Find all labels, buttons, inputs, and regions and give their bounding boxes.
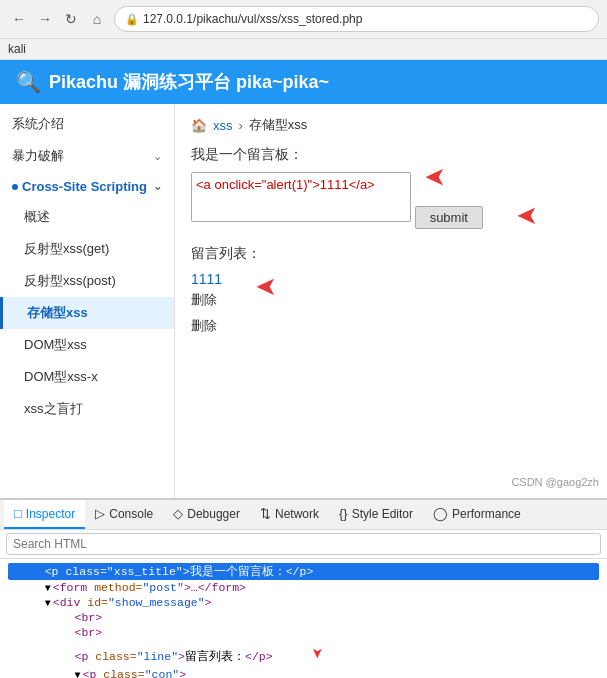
submit-wrapper: submit ➤ bbox=[415, 200, 483, 229]
delete-link-1[interactable]: 删除 bbox=[191, 291, 591, 309]
tag-p-line-close: </p> bbox=[245, 650, 273, 663]
sidebar-label-dom-xss-x: DOM型xss-x bbox=[24, 368, 98, 386]
html-line-p-line: <p class="line">留言列表：</p> ➤ bbox=[8, 640, 599, 667]
sidebar-label-xss-post: 反射型xss(post) bbox=[24, 272, 116, 290]
delete-link-2[interactable]: 删除 bbox=[191, 317, 591, 335]
search-html-input[interactable] bbox=[6, 533, 601, 555]
reload-button[interactable]: ↻ bbox=[60, 8, 82, 30]
performance-icon: ◯ bbox=[433, 506, 448, 521]
back-button[interactable]: ← bbox=[8, 8, 30, 30]
triangle-form[interactable]: ▼ bbox=[45, 583, 51, 594]
tag-br1: <br> bbox=[75, 611, 103, 624]
message-label: 留言列表： bbox=[191, 245, 591, 263]
sidebar-item-bruteforce[interactable]: 暴力破解 ⌄ bbox=[0, 140, 174, 172]
tab-inspector-label: Inspector bbox=[26, 507, 75, 521]
console-icon: ▷ bbox=[95, 506, 105, 521]
sidebar: 系统介绍 暴力破解 ⌄ Cross-Site Scripting ⌄ 概述 反射… bbox=[0, 104, 175, 498]
sidebar-item-xss-header[interactable]: Cross-Site Scripting ⌄ bbox=[0, 172, 174, 201]
tab-debugger[interactable]: ◇ Debugger bbox=[163, 500, 250, 529]
attr-method: method= bbox=[94, 581, 142, 594]
tab-performance-label: Performance bbox=[452, 507, 521, 521]
arrow-submit-icon: ➤ bbox=[516, 200, 538, 231]
breadcrumb: 🏠 xss › 存储型xss bbox=[191, 116, 591, 134]
tag-p-con: <p bbox=[83, 668, 97, 678]
tab-style-editor-label: Style Editor bbox=[352, 507, 413, 521]
breadcrumb-current: 存储型xss bbox=[249, 116, 308, 134]
devtools-search bbox=[0, 530, 607, 559]
lock-icon: 🔒 bbox=[125, 13, 139, 26]
sidebar-label-xss: Cross-Site Scripting bbox=[22, 179, 153, 194]
sidebar-label-xss-stored: 存储型xss bbox=[27, 304, 88, 322]
tab-console[interactable]: ▷ Console bbox=[85, 500, 163, 529]
devtools: □ Inspector ▷ Console ◇ Debugger ⇅ Netwo… bbox=[0, 498, 607, 678]
sidebar-item-dom-xss-x[interactable]: DOM型xss-x bbox=[0, 361, 174, 393]
sidebar-item-xss-get[interactable]: 反射型xss(get) bbox=[0, 233, 174, 265]
tag-form: <form bbox=[53, 581, 88, 594]
home-icon: 🏠 bbox=[191, 118, 207, 133]
chevron-icon: ⌄ bbox=[153, 150, 162, 163]
content-area: 系统介绍 暴力破解 ⌄ Cross-Site Scripting ⌄ 概述 反射… bbox=[0, 104, 607, 498]
address-bar[interactable]: 🔒 127.0.0.1/pikachu/vul/xss/xss_stored.p… bbox=[114, 6, 599, 32]
attr-val-con: "con" bbox=[145, 668, 180, 678]
watermark: CSDN @gaog2zh bbox=[511, 476, 599, 488]
sidebar-label-xss-blind: xss之盲打 bbox=[24, 400, 83, 418]
browser-chrome: ← → ↻ ⌂ 🔒 127.0.0.1/pikachu/vul/xss/xss_… bbox=[0, 0, 607, 39]
sidebar-item-overview[interactable]: 概述 bbox=[0, 201, 174, 233]
html-line-p-con: ▼<p class="con"> bbox=[8, 667, 599, 678]
network-icon: ⇅ bbox=[260, 506, 271, 521]
text-title: 我是一个留言板： bbox=[190, 565, 286, 578]
devtools-html-content: <p class="xss_title">我是一个留言板：</p> ▼<form… bbox=[0, 559, 607, 678]
tab-network-label: Network bbox=[275, 507, 319, 521]
message-link-wrapper: 1111 ➤ bbox=[191, 271, 222, 291]
inspector-icon: □ bbox=[14, 506, 22, 521]
html-line-br1: <br> bbox=[8, 610, 599, 625]
sidebar-item-xss-post[interactable]: 反射型xss(post) bbox=[0, 265, 174, 297]
html-line-br2: <br> bbox=[8, 625, 599, 640]
html-line-div: ▼<div id="show_message"> bbox=[8, 595, 599, 610]
sidebar-item-intro[interactable]: 系统介绍 bbox=[0, 108, 174, 140]
attr-class-con: class= bbox=[103, 668, 144, 678]
sidebar-item-dom-xss[interactable]: DOM型xss bbox=[0, 329, 174, 361]
sidebar-item-xss-blind[interactable]: xss之盲打 bbox=[0, 393, 174, 425]
arrow-textarea-icon: ➤ bbox=[424, 162, 446, 193]
sidebar-label-dom-xss: DOM型xss bbox=[24, 336, 87, 354]
text-list-label: 留言列表： bbox=[185, 650, 245, 663]
triangle-div[interactable]: ▼ bbox=[45, 598, 51, 609]
url-text: 127.0.0.1/pikachu/vul/xss/xss_stored.php bbox=[143, 12, 362, 26]
chevron-xss-icon: ⌄ bbox=[153, 180, 162, 193]
home-button[interactable]: ⌂ bbox=[86, 8, 108, 30]
site-header: 🔍 Pikachu 漏洞练习平台 pika~pika~ bbox=[0, 60, 607, 104]
forward-button[interactable]: → bbox=[34, 8, 56, 30]
tag-p-line: <p bbox=[75, 650, 89, 663]
breadcrumb-xss[interactable]: xss bbox=[213, 118, 233, 133]
sidebar-dot bbox=[12, 184, 18, 190]
tab-console-label: Console bbox=[109, 507, 153, 521]
message-section: 留言列表： 1111 ➤ 删除 删除 bbox=[191, 245, 591, 335]
sidebar-label-xss-get: 反射型xss(get) bbox=[24, 240, 109, 258]
attr-val-line: "line" bbox=[137, 650, 178, 663]
tab-inspector[interactable]: □ Inspector bbox=[4, 500, 85, 529]
tab-network[interactable]: ⇅ Network bbox=[250, 500, 329, 529]
attr-class: class= bbox=[65, 565, 106, 578]
pikachu-icon: 🔍 bbox=[16, 70, 41, 94]
message-textarea[interactable]: <a onclick="alert(1)">1111</a> bbox=[191, 172, 411, 222]
sidebar-item-xss-stored[interactable]: 存储型xss bbox=[0, 297, 174, 329]
sidebar-label-intro: 系统介绍 bbox=[12, 115, 64, 133]
attr-id: id= bbox=[87, 596, 108, 609]
submit-button[interactable]: submit bbox=[415, 206, 483, 229]
tag-p: <p bbox=[45, 565, 59, 578]
bookmark-kali[interactable]: kali bbox=[8, 42, 26, 56]
tag-p-close-open: > bbox=[183, 565, 190, 578]
html-line-selected: <p class="xss_title">我是一个留言板：</p> bbox=[8, 563, 599, 580]
tab-style-editor[interactable]: {} Style Editor bbox=[329, 500, 423, 529]
devtools-tabs: □ Inspector ▷ Console ◇ Debugger ⇅ Netwo… bbox=[0, 500, 607, 530]
tab-performance[interactable]: ◯ Performance bbox=[423, 500, 531, 529]
debugger-icon: ◇ bbox=[173, 506, 183, 521]
site-title: Pikachu 漏洞练习平台 pika~pika~ bbox=[49, 70, 329, 94]
triangle-con[interactable]: ▼ bbox=[75, 670, 81, 678]
tag-p-con-end: > bbox=[179, 668, 186, 678]
html-line-form: ▼<form method="post">…</form> bbox=[8, 580, 599, 595]
attr-class-line: class= bbox=[95, 650, 136, 663]
arrow-message-icon: ➤ bbox=[255, 271, 277, 302]
message-link-1111[interactable]: 1111 bbox=[191, 271, 222, 287]
